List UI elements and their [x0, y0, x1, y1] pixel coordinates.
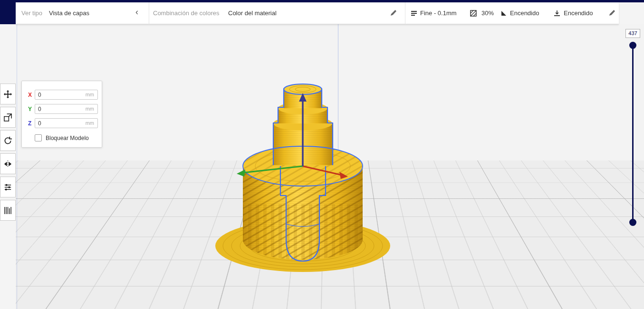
adhesion-value[interactable]: Encendido	[564, 9, 593, 17]
current-layer-value[interactable]: 437	[625, 29, 640, 38]
material-spool-icon	[496, 266, 503, 273]
save-to-file-button[interactable]: Guardar en archivo	[495, 280, 624, 293]
edit-color-scheme-pencil-icon[interactable]	[390, 9, 397, 17]
y-position-row: Y mm	[22, 104, 102, 114]
material-usage: 10g · 3.35m	[507, 267, 538, 273]
support-icon	[500, 9, 508, 17]
x-position-input[interactable]	[35, 90, 98, 100]
object-list-label[interactable]: Lista de objetos	[32, 253, 71, 259]
layer-slider-bottom-handle[interactable]	[629, 219, 636, 226]
per-model-settings-tool-button[interactable]	[0, 177, 16, 197]
support-value[interactable]: Encendido	[510, 9, 539, 17]
object-list-chevron-icon[interactable]	[22, 253, 28, 260]
simulation-scrubber-handle[interactable]	[382, 295, 390, 303]
lock-model-label: Bloquear Modelo	[46, 135, 89, 141]
y-position-input[interactable]	[35, 104, 98, 114]
toolbar-divider	[405, 2, 405, 24]
axis-y-arrow	[237, 169, 245, 177]
simulation-scrubber-track[interactable]	[202, 298, 386, 300]
rename-pencil-icon[interactable]	[22, 266, 28, 272]
z-position-row: Z mm	[22, 118, 102, 129]
infill-value[interactable]: 30%	[481, 9, 494, 17]
color-scheme-value[interactable]: Color del material	[228, 9, 277, 17]
lock-model-checkbox[interactable]	[35, 134, 42, 141]
build-volume-left-edge	[17, 24, 17, 309]
view-front-cube-icon[interactable]	[38, 293, 46, 301]
object-dimensions: 32.8 x 32.9 x 44.0 mm	[21, 278, 73, 283]
support-blocker-tool-button[interactable]	[0, 200, 16, 221]
view-toolbar: Ver tipo Vista de capas ‹ Combinación de…	[16, 2, 619, 24]
print-job-card: 2 horas 18 minutos 10g · 3.35m Guardar e…	[485, 245, 633, 301]
info-icon[interactable]	[615, 252, 623, 260]
z-axis-label: Z	[28, 120, 31, 127]
move-tool-button[interactable]	[0, 84, 16, 104]
profile-value[interactable]: Fine - 0.1mm	[420, 9, 457, 17]
cura-slicer-app: Ver tipo Vista de capas ‹ Combinación de…	[0, 0, 644, 309]
sliced-model-gear[interactable]	[209, 76, 409, 285]
x-position-row: X mm	[22, 90, 102, 100]
infill-icon	[470, 9, 477, 17]
profile-layers-icon	[410, 9, 418, 17]
rotate-tool-button[interactable]	[0, 130, 16, 151]
view-top-cube-icon[interactable]	[52, 293, 60, 301]
play-simulation-button[interactable]: ▶	[185, 292, 192, 303]
adhesion-icon	[553, 9, 561, 17]
view-type-value[interactable]: Vista de capas	[49, 9, 89, 17]
support-blocker-icon	[3, 206, 12, 215]
collapse-chevron-icon[interactable]: ‹	[135, 7, 138, 17]
y-axis-label: Y	[28, 106, 32, 112]
scale-tool-button[interactable]	[0, 107, 16, 128]
clock-icon	[496, 253, 504, 261]
layer-slider-track[interactable]	[632, 45, 634, 222]
z-position-input[interactable]	[35, 118, 98, 128]
mirror-tool-button[interactable]	[0, 153, 16, 174]
mirror-tool-icon	[3, 159, 12, 169]
rotate-tool-icon	[3, 136, 12, 145]
move-tool-icon	[3, 90, 12, 99]
view-type-label: Ver tipo	[21, 9, 42, 17]
position-panel: X mm Y mm Z mm Bloquear Modelo	[21, 81, 102, 148]
print-time-estimate: 2 horas 18 minutos	[507, 253, 563, 261]
toolbar-divider	[149, 2, 149, 24]
hamburger-menu-block[interactable]	[0, 0, 16, 24]
view-left-cube-icon[interactable]	[67, 293, 75, 301]
edit-print-settings-pencil-icon[interactable]	[608, 9, 616, 17]
view-right-cube-icon[interactable]	[81, 293, 89, 301]
view-3d-cube-icon[interactable]	[24, 293, 32, 301]
color-scheme-label: Combinación de colores	[153, 9, 219, 17]
per-model-settings-icon	[3, 183, 12, 192]
object-name[interactable]: CFFFP_engranes licuadoras	[32, 266, 102, 272]
x-axis-label: X	[28, 92, 32, 98]
layer-slider-top-handle[interactable]	[629, 42, 636, 49]
scale-tool-icon	[3, 113, 12, 122]
